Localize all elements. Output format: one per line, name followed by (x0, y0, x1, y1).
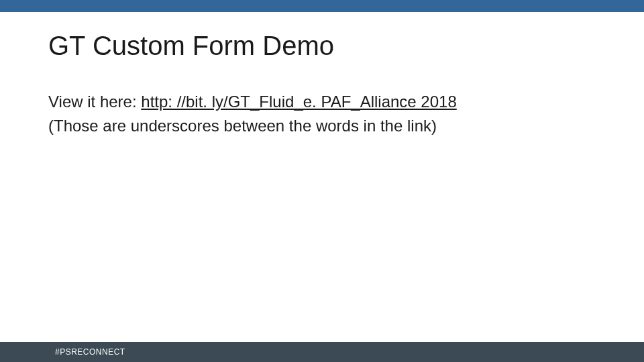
top-accent-bar (0, 0, 644, 12)
slide-title: GT Custom Form Demo (48, 31, 596, 60)
slide-content: GT Custom Form Demo View it here: http: … (0, 12, 644, 362)
slide-body: View it here: http: //bit. ly/GT_Fluid_e… (48, 90, 596, 138)
slide: GT Custom Form Demo View it here: http: … (0, 0, 644, 362)
link-note: (Those are underscores between the words… (48, 114, 596, 138)
footer-hashtag: #PSRECONNECT (55, 347, 125, 357)
view-here-line: View it here: http: //bit. ly/GT_Fluid_e… (48, 90, 596, 114)
view-here-prefix: View it here: (48, 93, 141, 111)
footer-bar: #PSRECONNECT (0, 342, 644, 362)
demo-link[interactable]: http: //bit. ly/GT_Fluid_e. PAF_Alliance… (141, 93, 456, 111)
